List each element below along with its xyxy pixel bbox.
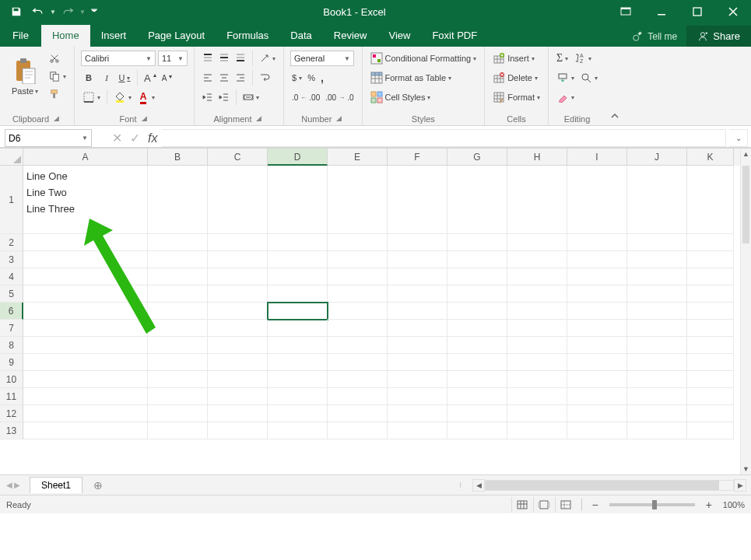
cell[interactable] [567,371,627,388]
cell[interactable] [447,388,507,405]
column-header[interactable]: G [447,149,507,166]
cell[interactable] [328,251,388,268]
horizontal-scrollbar[interactable]: ⁞ ◀ ▶ [459,479,751,492]
cell[interactable] [687,422,734,439]
cell[interactable] [388,354,447,371]
qat-customize[interactable] [87,2,101,22]
cell[interactable] [447,354,507,371]
cell[interactable] [567,166,627,234]
tab-view[interactable]: View [377,25,421,47]
page-layout-view-button[interactable] [533,497,553,513]
cell[interactable] [208,234,268,251]
insert-cells-button[interactable]: Insert▾ [491,51,542,66]
undo-button[interactable] [28,2,48,22]
cell[interactable] [148,422,208,439]
close-button[interactable] [715,0,751,23]
cell[interactable] [23,234,148,251]
cell-styles-button[interactable]: Cell Styles▾ [369,89,479,105]
sheet-nav-prev[interactable]: ◀ [6,481,12,489]
cell[interactable] [388,388,447,405]
cell[interactable] [447,405,507,422]
cell[interactable] [23,251,148,268]
cell[interactable] [627,303,687,320]
cell[interactable] [567,268,627,285]
formula-input[interactable] [162,129,726,147]
sort-filter-button[interactable]: AZ▾ [572,51,593,66]
column-header[interactable]: K [687,149,734,166]
decrease-indent-button[interactable] [201,89,215,105]
column-header[interactable]: C [208,149,268,166]
cell[interactable] [148,303,208,320]
cell[interactable] [208,303,268,320]
cell[interactable] [23,422,148,439]
cell[interactable] [507,388,567,405]
format-painter-button[interactable] [47,86,68,102]
hscroll-right[interactable]: ▶ [734,479,746,492]
cell[interactable] [567,388,627,405]
align-middle-button[interactable] [217,51,231,66]
fill-button[interactable]: ▾ [555,70,576,86]
cell[interactable] [23,268,148,285]
cell[interactable] [268,388,328,405]
zoom-level[interactable]: 100% [723,500,745,509]
decrease-font-button[interactable]: A▾ [160,70,174,86]
cell[interactable] [447,166,507,234]
cell[interactable] [507,251,567,268]
cell[interactable] [148,234,208,251]
row-header[interactable]: 9 [0,354,23,371]
cell[interactable] [447,268,507,285]
cancel-formula-icon[interactable]: ✕ [112,131,122,145]
vscroll-thumb[interactable] [742,166,749,243]
cell[interactable] [268,405,328,422]
cell[interactable] [388,268,447,285]
cell[interactable] [388,166,447,234]
cell[interactable] [627,337,687,354]
redo-dropdown[interactable]: ▼ [79,9,86,16]
align-right-button[interactable] [233,70,247,86]
cell[interactable] [687,320,734,337]
cell[interactable] [687,166,734,234]
cell[interactable] [388,371,447,388]
tab-review[interactable]: Review [323,25,378,47]
orientation-button[interactable]: ▾ [258,51,277,66]
cell[interactable] [328,337,388,354]
cell[interactable] [507,405,567,422]
tab-insert[interactable]: Insert [90,25,138,47]
cell[interactable] [567,285,627,303]
cell[interactable] [447,337,507,354]
row-header[interactable]: 3 [0,251,23,268]
cell[interactable] [268,422,328,439]
cell[interactable]: Line One Line Two Line Three [23,166,148,234]
cell[interactable] [328,268,388,285]
cell[interactable] [447,422,507,439]
row-header[interactable]: 13 [0,422,23,439]
row-header[interactable]: 4 [0,268,23,285]
cell[interactable] [567,320,627,337]
cell[interactable] [507,234,567,251]
alignment-launcher[interactable]: ◢ [256,114,264,122]
row-header[interactable]: 1 [0,166,23,234]
cell[interactable] [23,285,148,303]
expand-formula-bar[interactable]: ⌄ [729,129,748,147]
cell[interactable] [268,234,328,251]
fill-color-button[interactable]: ▾ [112,89,133,105]
cell[interactable] [687,388,734,405]
cell[interactable] [627,268,687,285]
ribbon-display-icon[interactable] [608,0,644,23]
cell[interactable] [328,320,388,337]
cell[interactable] [23,337,148,354]
tab-home[interactable]: Home [41,25,90,47]
cell[interactable] [687,354,734,371]
cell[interactable] [447,251,507,268]
cell[interactable] [208,405,268,422]
cell[interactable] [627,371,687,388]
increase-indent-button[interactable] [217,89,231,105]
cell[interactable] [268,285,328,303]
font-size-combo[interactable]: 11▼ [158,51,188,66]
column-header[interactable]: A [23,149,148,166]
format-as-table-button[interactable]: Format as Table▾ [369,70,479,86]
cell[interactable] [268,337,328,354]
cell[interactable] [507,285,567,303]
row-header[interactable]: 7 [0,320,23,337]
hscroll-left[interactable]: ◀ [472,479,485,492]
